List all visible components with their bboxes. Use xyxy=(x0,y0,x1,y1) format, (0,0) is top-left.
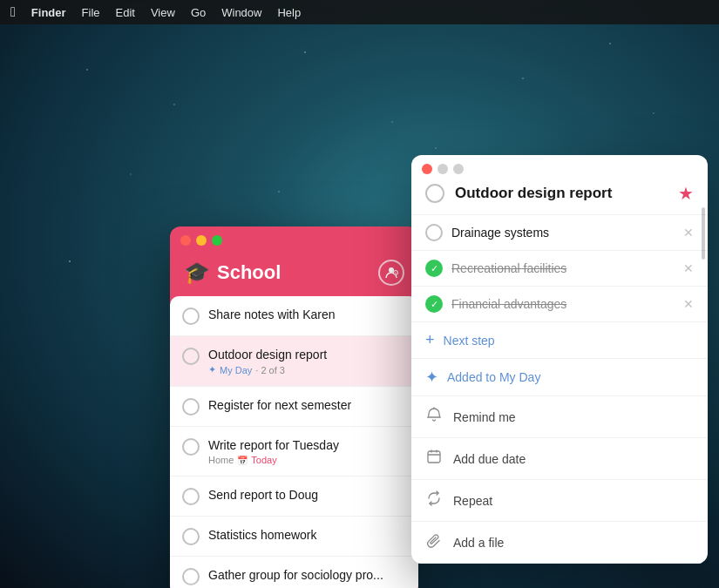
task-title-register: Register for next semester xyxy=(208,397,406,413)
detail-maximize-button[interactable] xyxy=(453,164,464,174)
subtask-delete-recreational[interactable]: ✕ xyxy=(683,261,694,275)
task-register[interactable]: Register for next semester xyxy=(170,387,418,427)
add-step-label: Next step xyxy=(444,334,495,348)
myday-icon: ✦ xyxy=(208,364,216,375)
task-content-outdoor: Outdoor design report ✦ My Day · 2 of 3 xyxy=(208,347,406,375)
task-count: · 2 of 3 xyxy=(255,365,285,375)
calendar-icon: 📅 xyxy=(237,456,248,465)
myday-row[interactable]: ✦ Added to My Day xyxy=(411,359,708,396)
subtask-checkbox-drainage[interactable] xyxy=(425,224,443,241)
subtask-title-drainage: Drainage systems xyxy=(451,226,549,240)
svg-text:+: + xyxy=(395,270,397,275)
detail-traffic-lights xyxy=(422,164,464,174)
menubar:  Finder File Edit View Go Window Help xyxy=(0,0,719,24)
due-date-label: Add due date xyxy=(453,452,526,466)
svg-point-0 xyxy=(389,267,394,273)
task-subtitle-write: Home 📅 Today xyxy=(208,455,406,465)
menubar-edit[interactable]: Edit xyxy=(116,6,135,19)
subtask-recreational[interactable]: ✓ Recreational facilities ✕ xyxy=(411,251,708,287)
subtask-delete-financial[interactable]: ✕ xyxy=(683,297,694,311)
detail-minimize-button[interactable] xyxy=(438,164,448,174)
school-title-text: School xyxy=(217,261,281,284)
task-checkbox-share-notes[interactable] xyxy=(182,308,200,325)
due-date-row[interactable]: Add due date xyxy=(411,438,708,480)
school-title: 🎓 School xyxy=(184,260,281,285)
menubar-window[interactable]: Window xyxy=(221,6,261,19)
apple-menu-icon[interactable]:  xyxy=(10,4,16,20)
task-title-statistics: Statistics homework xyxy=(208,527,406,543)
task-gather-group[interactable]: Gather group for sociology pro... xyxy=(170,557,418,588)
maximize-button[interactable] xyxy=(212,235,222,246)
subtask-title-financial: Financial advantages xyxy=(451,297,566,311)
task-content-write: Write report for Tuesday Home 📅 Today xyxy=(208,437,406,465)
star-icon[interactable]: ★ xyxy=(678,183,694,204)
myday-label: My Day xyxy=(220,365,252,375)
school-window: 🎓 School + Share notes with Karen Outdoo… xyxy=(170,226,418,588)
task-outdoor-design[interactable]: Outdoor design report ✦ My Day · 2 of 3 xyxy=(170,336,418,387)
subtask-checkbox-financial[interactable]: ✓ xyxy=(425,295,443,313)
task-checkbox-outdoor[interactable] xyxy=(182,348,200,365)
task-checkbox-send[interactable] xyxy=(182,488,200,505)
remind-label: Remind me xyxy=(453,410,516,424)
myday-label: Added to My Day xyxy=(447,370,540,384)
close-button[interactable] xyxy=(180,235,191,246)
task-content-send: Send report to Doug xyxy=(208,487,406,503)
subtask-checkbox-recreational[interactable]: ✓ xyxy=(425,260,443,277)
home-label: Home xyxy=(208,455,234,465)
task-title-send: Send report to Doug xyxy=(208,487,406,503)
task-title-write: Write report for Tuesday xyxy=(208,437,406,453)
task-write-report[interactable]: Write report for Tuesday Home 📅 Today xyxy=(170,427,418,476)
repeat-label: Repeat xyxy=(453,494,492,508)
detail-title: Outdoor design report xyxy=(455,185,668,202)
remind-icon xyxy=(425,407,443,427)
task-title-outdoor: Outdoor design report xyxy=(208,347,406,362)
scrollbar[interactable] xyxy=(701,207,706,560)
subtask-financial[interactable]: ✓ Financial advantages ✕ xyxy=(411,287,708,322)
task-send-report[interactable]: Send report to Doug xyxy=(170,476,418,517)
today-badge: Today xyxy=(251,455,276,465)
subtask-delete-drainage[interactable]: ✕ xyxy=(683,226,694,240)
menubar-go[interactable]: Go xyxy=(191,6,206,19)
school-tasks-list: Share notes with Karen Outdoor design re… xyxy=(170,296,418,588)
menubar-view[interactable]: View xyxy=(151,6,175,19)
remind-me-row[interactable]: Remind me xyxy=(411,396,708,438)
menubar-file[interactable]: File xyxy=(82,6,100,19)
detail-panel: Outdoor design report ★ Drainage systems… xyxy=(411,155,708,564)
detail-close-button[interactable] xyxy=(422,164,432,174)
subtask-title-recreational: Recreational facilities xyxy=(451,261,566,275)
repeat-icon xyxy=(425,490,443,510)
add-file-row[interactable]: Add a file xyxy=(411,522,708,564)
school-emoji-icon: 🎓 xyxy=(184,260,210,285)
detail-titlebar xyxy=(411,155,708,174)
task-title-share-notes: Share notes with Karen xyxy=(208,307,406,322)
myday-sun-icon: ✦ xyxy=(425,368,438,387)
task-subtitle-outdoor: ✦ My Day · 2 of 3 xyxy=(208,364,406,375)
task-share-notes[interactable]: Share notes with Karen xyxy=(170,296,418,336)
svg-rect-4 xyxy=(428,451,440,463)
minimize-button[interactable] xyxy=(196,235,207,246)
share-icon[interactable]: + xyxy=(378,260,404,286)
task-checkbox-gather[interactable] xyxy=(182,568,200,585)
task-statistics[interactable]: Statistics homework xyxy=(170,517,418,557)
traffic-lights xyxy=(180,235,222,246)
task-content-statistics: Statistics homework xyxy=(208,527,406,543)
task-checkbox-write[interactable] xyxy=(182,438,200,456)
school-header: 🎓 School + xyxy=(170,253,418,296)
add-step-plus-icon: + xyxy=(425,331,435,349)
detail-header: Outdoor design report ★ xyxy=(411,174,708,215)
add-file-icon xyxy=(425,532,443,552)
task-checkbox-register[interactable] xyxy=(182,398,200,416)
add-step-row[interactable]: + Next step xyxy=(411,322,708,359)
school-titlebar xyxy=(170,226,418,253)
add-file-label: Add a file xyxy=(453,536,504,550)
task-checkbox-statistics[interactable] xyxy=(182,528,200,545)
task-title-gather: Gather group for sociology pro... xyxy=(208,567,406,583)
repeat-row[interactable]: Repeat xyxy=(411,480,708,522)
task-content-gather: Gather group for sociology pro... xyxy=(208,567,406,583)
detail-main-checkbox[interactable] xyxy=(425,184,444,203)
scrollbar-thumb[interactable] xyxy=(702,207,705,260)
menubar-finder[interactable]: Finder xyxy=(31,6,66,19)
menubar-help[interactable]: Help xyxy=(277,6,301,19)
subtask-drainage[interactable]: Drainage systems ✕ xyxy=(411,215,708,251)
due-date-icon xyxy=(425,449,443,469)
